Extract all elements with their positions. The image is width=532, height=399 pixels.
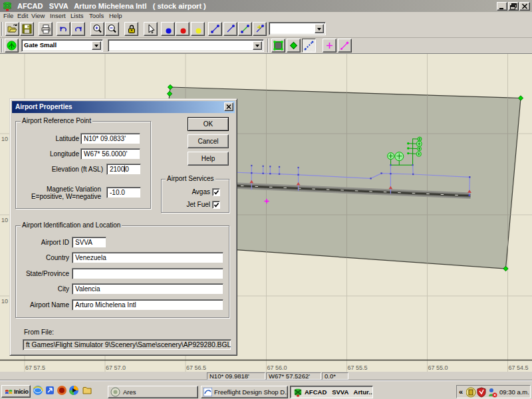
svg-text:10: 10 [1,298,8,305]
svg-text:67 57.5: 67 57.5 [25,364,45,371]
svg-text:67 54.5: 67 54.5 [509,364,529,371]
svg-text:67 55.0: 67 55.0 [428,364,448,371]
svg-text:67 56.5: 67 56.5 [186,364,206,371]
svg-text:10: 10 [1,217,8,223]
svg-text:67 57.0: 67 57.0 [106,364,126,371]
svg-text:67 56.0: 67 56.0 [267,364,287,371]
svg-text:10: 10 [1,136,8,142]
svg-text:67 55.5: 67 55.5 [348,364,368,371]
